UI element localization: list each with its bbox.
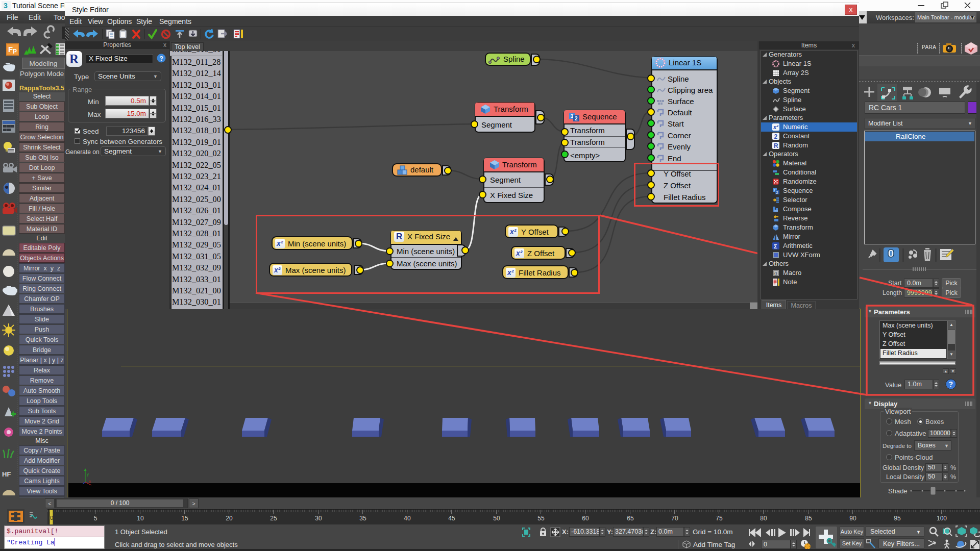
svg-text:{}: {} [774,271,777,276]
svg-text:y: y [87,472,89,477]
svg-text:3: 3 [4,2,8,10]
svg-text:R: R [774,142,778,149]
svg-text:HF: HF [2,470,11,478]
svg-text:F: F [8,45,13,54]
svg-text:?: ? [949,380,953,388]
svg-text:2: 2 [774,133,778,140]
svg-text:P: P [13,48,17,55]
svg-text:Σ: Σ [774,243,777,249]
svg-text:x: x [89,479,91,484]
svg-text:x²: x² [773,124,778,130]
svg-text:1: 1 [774,188,776,192]
svg-text:2: 2 [776,191,778,194]
svg-text:?: ? [160,55,163,62]
